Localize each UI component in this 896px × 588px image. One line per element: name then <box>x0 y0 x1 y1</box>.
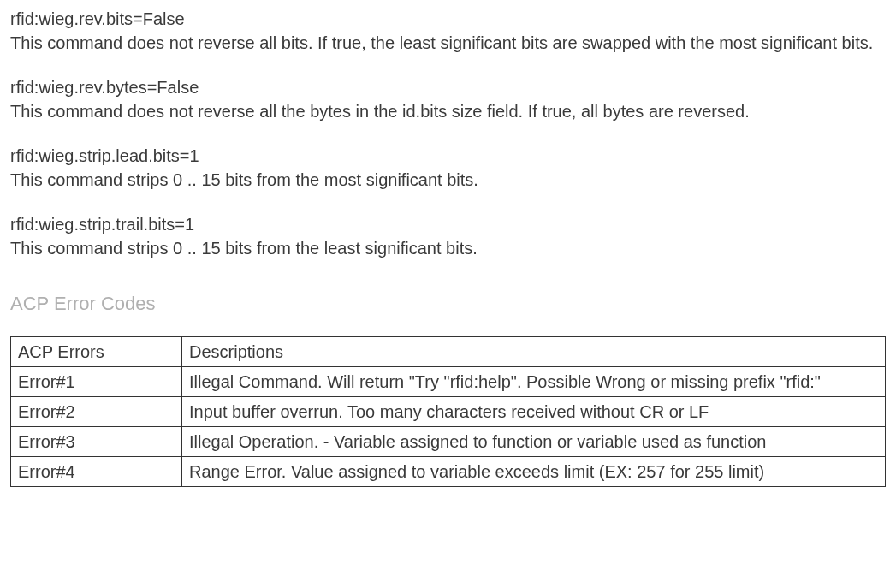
command-description: This command strips 0 .. 15 bits from th… <box>10 236 886 260</box>
error-codes-table: ACP Errors Descriptions Error#1 Illegal … <box>10 336 886 487</box>
command-block: rfid:wieg.rev.bytes=False This command d… <box>10 75 886 123</box>
table-cell: Range Error. Value assigned to variable … <box>182 456 886 486</box>
command-title: rfid:wieg.strip.trail.bits=1 <box>10 212 886 236</box>
command-block: rfid:wieg.strip.trail.bits=1 This comman… <box>10 212 886 260</box>
table-cell: Error#4 <box>11 456 182 486</box>
table-row: Error#3 Illegal Operation. - Variable as… <box>11 426 886 456</box>
table-row: Error#4 Range Error. Value assigned to v… <box>11 456 886 486</box>
table-header-cell: ACP Errors <box>11 336 182 366</box>
table-row: Error#1 Illegal Command. Will return "Tr… <box>11 366 886 396</box>
table-header-row: ACP Errors Descriptions <box>11 336 886 366</box>
command-description: This command does not reverse all the by… <box>10 99 886 123</box>
command-title: rfid:wieg.rev.bytes=False <box>10 75 886 99</box>
command-block: rfid:wieg.rev.bits=False This command do… <box>10 7 886 55</box>
table-cell: Illegal Command. Will return "Try "rfid:… <box>182 366 886 396</box>
table-row: Error#2 Input buffer overrun. Too many c… <box>11 396 886 426</box>
command-title: rfid:wieg.strip.lead.bits=1 <box>10 144 886 168</box>
table-cell: Input buffer overrun. Too many character… <box>182 396 886 426</box>
command-block: rfid:wieg.strip.lead.bits=1 This command… <box>10 144 886 192</box>
table-header-cell: Descriptions <box>182 336 886 366</box>
command-description: This command strips 0 .. 15 bits from th… <box>10 168 886 192</box>
command-title: rfid:wieg.rev.bits=False <box>10 7 886 31</box>
table-cell: Illegal Operation. - Variable assigned t… <box>182 426 886 456</box>
command-description: This command does not reverse all bits. … <box>10 31 886 55</box>
section-title: ACP Error Codes <box>10 291 886 318</box>
table-cell: Error#3 <box>11 426 182 456</box>
table-cell: Error#2 <box>11 396 182 426</box>
table-cell: Error#1 <box>11 366 182 396</box>
